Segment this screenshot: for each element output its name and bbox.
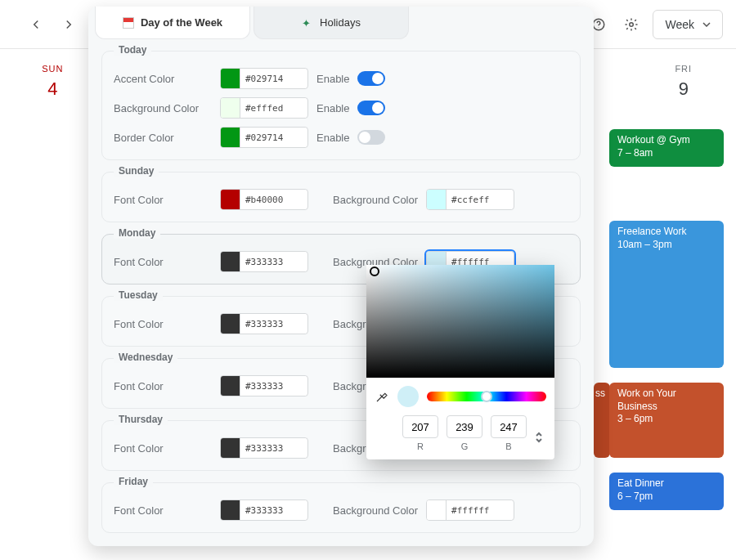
field-label: Font Color (114, 442, 212, 455)
color-swatch (221, 98, 240, 118)
section-legend: Tuesday (114, 289, 163, 301)
prev-button[interactable] (25, 13, 47, 36)
day-number: 9 (631, 78, 736, 100)
color-picker: R G B (366, 265, 554, 459)
event-title: Freelance Work (617, 226, 716, 239)
enable-label: Enable (316, 102, 349, 114)
field-label: Background Color (333, 194, 418, 206)
color-text[interactable] (240, 190, 306, 209)
calendar-event-cut[interactable]: ss (594, 383, 610, 458)
color-input-border[interactable] (220, 127, 308, 148)
color-input-font[interactable] (220, 313, 308, 334)
color-input-accent[interactable] (220, 68, 308, 89)
r-label: R (417, 441, 424, 451)
color-text[interactable] (240, 98, 306, 118)
color-text[interactable] (240, 252, 306, 271)
calendar-event[interactable]: Workout @ Gym 7 – 8am (609, 129, 724, 167)
field-label: Border Color (114, 132, 212, 144)
toggle-border[interactable] (357, 130, 385, 145)
tab-label: Day of the Week (141, 16, 222, 29)
field-label: Font Color (114, 380, 212, 392)
section-legend: Today (114, 44, 151, 56)
field-label: Accent Color (114, 73, 212, 85)
b-label: B (505, 441, 511, 451)
color-input-font[interactable] (220, 437, 308, 459)
section-today: Today Accent Color Enable Background Col… (101, 51, 581, 160)
color-text[interactable] (447, 500, 512, 520)
eyedropper-icon[interactable] (375, 389, 389, 404)
color-text[interactable] (240, 314, 306, 334)
event-time: 6 – 7pm (617, 491, 716, 504)
event-title: Work on Your Business (617, 388, 716, 413)
hue-slider[interactable] (427, 392, 546, 401)
tree-icon: ✦ (302, 17, 313, 29)
chevron-down-icon (702, 22, 711, 27)
color-input-bg[interactable] (220, 97, 308, 119)
color-text[interactable] (240, 500, 306, 520)
toggle-accent[interactable] (357, 71, 385, 86)
enable-label: Enable (316, 73, 349, 85)
section-legend: Sunday (114, 165, 159, 177)
tab-label: Holidays (320, 16, 361, 29)
color-swatch (221, 69, 240, 88)
section-legend: Thursday (114, 414, 168, 425)
color-input-font[interactable] (220, 500, 308, 521)
color-text[interactable] (240, 376, 306, 396)
dow-label: FRI (631, 64, 736, 74)
color-swatch (221, 128, 240, 147)
event-title: Eat Dinner (617, 477, 716, 491)
color-swatch (221, 500, 240, 520)
event-time: 7 – 8am (617, 147, 716, 160)
color-input-font[interactable] (220, 251, 308, 272)
toggle-bg[interactable] (357, 101, 385, 115)
next-button[interactable] (57, 13, 80, 36)
saturation-value-area[interactable] (366, 265, 554, 378)
field-label: Font Color (114, 194, 212, 206)
section-sunday: Sunday Font Color Background Color (101, 172, 581, 222)
color-text[interactable] (240, 128, 306, 147)
view-select[interactable]: Week (653, 10, 723, 39)
tab-day-of-week[interactable]: Day of the Week (95, 7, 250, 39)
color-swatch (221, 314, 240, 334)
color-input-font[interactable] (220, 189, 308, 210)
event-time: 10am – 3pm (617, 239, 716, 252)
color-swatch (221, 190, 240, 209)
color-input-bg[interactable] (426, 189, 514, 210)
section-legend: Friday (114, 476, 153, 487)
field-label: Font Color (114, 504, 212, 517)
color-swatch (221, 438, 240, 458)
calendar-event[interactable]: Work on Your Business 3 – 6pm (609, 383, 724, 458)
calendar-event[interactable]: Freelance Work 10am – 3pm (609, 221, 724, 368)
color-input-bg[interactable] (426, 500, 514, 521)
color-text[interactable] (240, 69, 306, 88)
color-swatch (427, 190, 447, 209)
event-title: Workout @ Gym (617, 134, 716, 147)
g-input[interactable] (447, 415, 482, 438)
tabs: Day of the Week ✦ Holidays (88, 7, 594, 39)
sv-cursor[interactable] (370, 267, 379, 276)
section-legend: Monday (114, 227, 160, 239)
r-input[interactable] (402, 415, 438, 438)
color-input-font[interactable] (220, 375, 308, 396)
field-label: Background Color (333, 504, 418, 517)
section-friday: Friday Font Color Background Color (101, 482, 581, 533)
color-swatch (427, 500, 447, 520)
calendar-event[interactable]: Eat Dinner 6 – 7pm (609, 473, 724, 510)
enable-label: Enable (316, 132, 349, 144)
settings-icon[interactable] (620, 13, 643, 36)
b-input[interactable] (491, 415, 527, 438)
color-swatch (221, 252, 240, 271)
tab-holidays[interactable]: ✦ Holidays (254, 7, 409, 39)
color-preview (397, 386, 419, 407)
color-text[interactable] (447, 190, 512, 209)
mode-stepper[interactable] (535, 432, 543, 446)
field-label: Font Color (114, 318, 212, 330)
g-label: G (461, 441, 469, 451)
color-text[interactable] (240, 438, 306, 458)
calendar-icon (123, 17, 134, 29)
svg-point-2 (630, 22, 634, 26)
hue-cursor[interactable] (481, 391, 492, 402)
color-swatch (221, 376, 240, 396)
field-label: Font Color (114, 256, 212, 268)
field-label: Background Color (114, 102, 212, 114)
